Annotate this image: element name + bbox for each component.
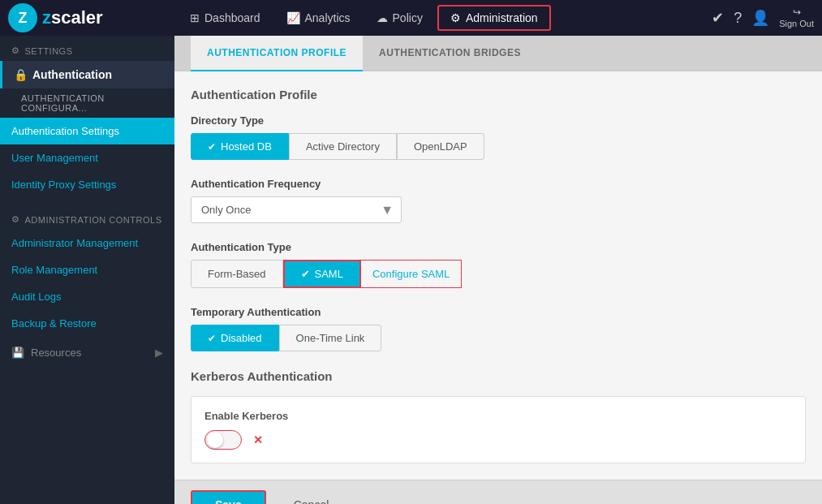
cancel-button[interactable]: Cancel xyxy=(278,492,346,504)
directory-type-label: Directory Type xyxy=(191,114,806,127)
tab-auth-bridges-label: AUTHENTICATION BRIDGES xyxy=(379,47,521,58)
save-button[interactable]: Save xyxy=(191,490,266,504)
sidebar-item-backup-restore[interactable]: Backup & Restore xyxy=(0,310,174,337)
toggle-x-icon: ✕ xyxy=(253,433,263,446)
content-area: Authentication Profile Directory Type ✔ … xyxy=(174,71,822,480)
sidebar-item-audit-logs[interactable]: Audit Logs xyxy=(0,283,174,310)
configure-saml-label: Configure SAML xyxy=(372,268,450,280)
auth-type-buttons: Form-Based ✔ SAML Configure SAML xyxy=(191,260,806,288)
sidebar-item-identity-proxy[interactable]: Identity Proxy Settings xyxy=(0,171,174,198)
kerberos-section-divider: Kerberos Authentication Enable Kerberos … xyxy=(191,369,806,463)
btn-configure-saml[interactable]: Configure SAML xyxy=(361,260,462,288)
admin-management-label: Administrator Management xyxy=(11,237,138,249)
nav-administration[interactable]: ⚙ Administration xyxy=(437,5,551,31)
auth-config-sub[interactable]: AUTHENTICATION CONFIGURA... xyxy=(0,88,174,118)
sidebar-item-role-management[interactable]: Role Management xyxy=(0,256,174,283)
nav-administration-label: Administration xyxy=(466,11,538,24)
lock-icon: 🔒 xyxy=(14,68,28,81)
admin-controls-section: ⚙ ADMINISTRATION CONTROLS xyxy=(0,205,174,230)
directory-type-buttons: ✔ Hosted DB Active Directory OpenLDAP xyxy=(191,133,806,160)
directory-type-group: Directory Type ✔ Hosted DB Active Direct… xyxy=(191,114,806,160)
tab-auth-bridges[interactable]: AUTHENTICATION BRIDGES xyxy=(363,36,537,71)
openldap-label: OpenLDAP xyxy=(414,140,467,153)
section-title: Authentication Profile xyxy=(191,88,806,101)
nav-right: ✔ ? 👤 ↪ Sign Out xyxy=(712,6,814,29)
auth-config-label: AUTHENTICATION CONFIGURA... xyxy=(21,93,105,113)
auth-settings-label: Authentication Settings xyxy=(11,125,119,137)
active-directory-label: Active Directory xyxy=(306,140,380,153)
saml-check-icon: ✔ xyxy=(301,268,310,280)
gear-icon: ⚙ xyxy=(450,11,461,24)
user-icon[interactable]: 👤 xyxy=(751,9,769,27)
resources-label: Resources xyxy=(31,347,81,359)
role-management-label: Role Management xyxy=(11,264,97,276)
toggle-knob xyxy=(207,432,223,448)
kerberos-settings: Enable Kerberos ✕ xyxy=(191,396,806,463)
chevron-right-icon: ▶ xyxy=(155,347,163,359)
auth-type-group: Authentication Type Form-Based ✔ SAML Co… xyxy=(191,241,806,288)
saml-label: SAML xyxy=(315,268,343,280)
hosted-db-label: Hosted DB xyxy=(221,140,272,153)
policy-icon: ☁ xyxy=(377,11,388,24)
check-icon: ✔ xyxy=(208,141,216,153)
temp-auth-buttons: ✔ Disabled One-Time Link xyxy=(191,325,806,351)
sidebar-item-resources[interactable]: 💾 Resources ▶ xyxy=(0,337,174,368)
settings-section: ⚙ Settings xyxy=(0,36,174,61)
sidebar-item-auth-settings[interactable]: Authentication Settings xyxy=(0,118,174,144)
sign-out-label: Sign Out xyxy=(779,19,814,28)
admin-gear-icon: ⚙ xyxy=(11,214,20,225)
user-management-label: User Management xyxy=(11,152,98,164)
main-layout: ⚙ Settings 🔒 Authentication AUTHENTICATI… xyxy=(0,36,822,504)
btn-hosted-db[interactable]: ✔ Hosted DB xyxy=(191,133,289,160)
tab-auth-profile[interactable]: AUTHENTICATION PROFILE xyxy=(191,36,363,71)
auth-frequency-select-wrapper: Only Once Always Daily Weekly ▼ xyxy=(191,196,402,223)
audit-logs-label: Audit Logs xyxy=(11,291,61,303)
kerberos-toggle[interactable] xyxy=(204,430,242,450)
nav-analytics[interactable]: 📈 Analytics xyxy=(275,6,362,29)
btn-one-time-link[interactable]: One-Time Link xyxy=(279,325,382,351)
disabled-check-icon: ✔ xyxy=(208,333,216,344)
resources-icon: 💾 xyxy=(11,347,24,359)
sidebar-item-admin-management[interactable]: Administrator Management xyxy=(0,230,174,256)
auth-frequency-label: Authentication Frequency xyxy=(191,178,806,190)
help-icon[interactable]: ? xyxy=(734,10,742,27)
btn-form-based[interactable]: Form-Based xyxy=(191,260,283,288)
auth-frequency-group: Authentication Frequency Only Once Alway… xyxy=(191,178,806,223)
nav-dashboard-label: Dashboard xyxy=(204,11,260,24)
tasks-icon[interactable]: ✔ xyxy=(712,9,724,27)
identity-proxy-label: Identity Proxy Settings xyxy=(11,179,116,191)
authentication-label: Authentication xyxy=(32,68,112,81)
auth-frequency-select[interactable]: Only Once Always Daily Weekly xyxy=(191,196,402,223)
backup-restore-label: Backup & Restore xyxy=(11,317,97,330)
nav-policy[interactable]: ☁ Policy xyxy=(365,6,434,29)
one-time-link-label: One-Time Link xyxy=(296,332,365,344)
analytics-icon: 📈 xyxy=(286,11,300,24)
temp-auth-label: Temporary Authentication xyxy=(191,306,806,318)
nav-dashboard[interactable]: ⊞ Dashboard xyxy=(179,6,272,29)
btn-disabled[interactable]: ✔ Disabled xyxy=(191,325,279,351)
kerberos-toggle-group: ✕ xyxy=(204,430,792,450)
enable-kerberos-label: Enable Kerberos xyxy=(204,410,792,422)
sidebar-item-authentication[interactable]: 🔒 Authentication xyxy=(0,61,174,88)
tab-bar: AUTHENTICATION PROFILE AUTHENTICATION BR… xyxy=(174,36,822,71)
nav-policy-label: Policy xyxy=(393,11,423,24)
sign-out-button[interactable]: ↪ Sign Out xyxy=(779,6,814,29)
admin-controls-label: ADMINISTRATION CONTROLS xyxy=(25,215,162,225)
settings-gear-icon: ⚙ xyxy=(11,45,20,56)
temp-auth-group: Temporary Authentication ✔ Disabled One-… xyxy=(191,306,806,351)
logo-icon: Z xyxy=(8,3,37,32)
tab-auth-profile-label: AUTHENTICATION PROFILE xyxy=(207,47,346,58)
logo-area: Z zscaler xyxy=(8,3,179,32)
kerberos-section-title: Kerberos Authentication xyxy=(191,369,806,383)
brand-name: zscaler xyxy=(42,7,103,28)
bottom-bar: Save Cancel xyxy=(174,480,822,504)
btn-saml[interactable]: ✔ SAML xyxy=(283,260,361,288)
dashboard-icon: ⊞ xyxy=(190,11,200,24)
btn-active-directory[interactable]: Active Directory xyxy=(289,133,397,160)
top-navigation: Z zscaler ⊞ Dashboard 📈 Analytics ☁ Poli… xyxy=(0,0,822,36)
btn-openldap[interactable]: OpenLDAP xyxy=(397,133,484,160)
nav-analytics-label: Analytics xyxy=(305,11,351,24)
main-panel: AUTHENTICATION PROFILE AUTHENTICATION BR… xyxy=(174,36,822,504)
settings-label: Settings xyxy=(25,46,73,56)
sidebar-item-user-management[interactable]: User Management xyxy=(0,144,174,171)
